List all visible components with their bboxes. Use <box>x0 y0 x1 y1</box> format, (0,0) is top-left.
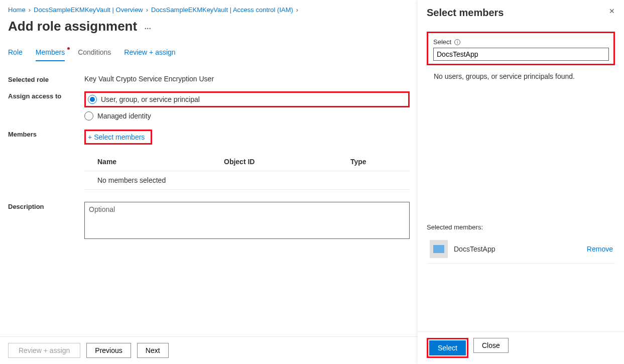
highlight-assign-option: User, group, or service principal <box>84 91 410 107</box>
breadcrumb-iam[interactable]: DocsSampleEKMKeyVault | Access control (… <box>151 6 293 14</box>
assign-access-label: Assign access to <box>8 91 84 120</box>
radio-unchecked-icon <box>84 111 93 120</box>
panel-title: Select members <box>427 7 504 19</box>
radio-user-group-sp[interactable]: User, group, or service principal <box>88 95 200 104</box>
page-title-text: Add role assignment <box>8 19 137 34</box>
radio-managed-identity-label: Managed identity <box>97 112 151 120</box>
radio-checked-icon <box>88 95 97 104</box>
col-type: Type <box>350 158 397 166</box>
radio-user-group-sp-label: User, group, or service principal <box>101 95 200 103</box>
alert-dot-icon <box>67 47 70 50</box>
highlight-search: Select i <box>427 32 615 65</box>
col-name: Name <box>97 158 224 166</box>
tabs: Role Members Conditions Review + assign <box>8 48 410 62</box>
close-button[interactable]: Close <box>473 338 509 353</box>
select-button[interactable]: Select <box>429 340 466 355</box>
search-input[interactable] <box>433 48 609 61</box>
more-icon[interactable]: … <box>144 23 152 31</box>
members-label: Members <box>8 130 84 145</box>
select-label: Select <box>433 38 451 46</box>
next-button[interactable]: Next <box>137 343 169 358</box>
remove-member-link[interactable]: Remove <box>587 245 613 253</box>
panel-header: Select members ✕ <box>427 7 615 19</box>
selected-role-value: Key Vault Crypto Service Encryption User <box>84 75 410 83</box>
select-label-row: Select i <box>433 38 608 46</box>
selected-member-row: DocsTestApp Remove <box>427 237 615 264</box>
select-members-panel: Select members ✕ Select i No users, grou… <box>418 0 624 364</box>
chevron-right-icon: › <box>146 6 148 14</box>
highlight-select-members: + Select members <box>84 130 152 145</box>
chevron-right-icon: › <box>296 6 298 14</box>
col-objectid: Object ID <box>224 158 350 166</box>
selected-member-name: DocsTestApp <box>454 245 581 253</box>
members-empty: No members selected <box>84 171 410 190</box>
panel-footer: Select Close <box>418 331 624 364</box>
previous-button[interactable]: Previous <box>86 343 131 358</box>
breadcrumb-home[interactable]: Home <box>8 6 26 14</box>
footer-bar: Review + assign Previous Next <box>0 336 418 364</box>
selected-members-section: Selected members: DocsTestApp Remove <box>427 223 615 264</box>
close-icon[interactable]: ✕ <box>609 7 615 15</box>
members-table: Name Object ID Type No members selected <box>84 153 410 190</box>
description-label: Description <box>8 202 84 239</box>
app-icon <box>430 240 448 258</box>
select-members-link[interactable]: + Select members <box>88 133 145 141</box>
select-members-link-label: Select members <box>94 133 145 141</box>
breadcrumb: Home › DocsSampleEKMKeyVault | Overview … <box>8 6 410 14</box>
radio-managed-identity[interactable]: Managed identity <box>84 111 410 120</box>
page-title: Add role assignment … <box>8 19 410 34</box>
review-assign-button[interactable]: Review + assign <box>8 343 80 358</box>
tab-members[interactable]: Members <box>36 48 65 61</box>
selected-role-label: Selected role <box>8 75 84 83</box>
no-results-text: No users, groups, or service principals … <box>434 72 615 80</box>
tab-members-label: Members <box>36 48 65 56</box>
row-members: Members + Select members <box>8 130 410 145</box>
row-selected-role: Selected role Key Vault Crypto Service E… <box>8 75 410 83</box>
info-icon[interactable]: i <box>454 39 460 45</box>
row-assign-access: Assign access to User, group, or service… <box>8 91 410 120</box>
description-input[interactable] <box>84 202 410 239</box>
tab-conditions[interactable]: Conditions <box>78 48 111 61</box>
breadcrumb-overview[interactable]: DocsSampleEKMKeyVault | Overview <box>34 6 143 14</box>
chevron-right-icon: › <box>29 6 31 14</box>
members-table-header: Name Object ID Type <box>84 153 410 171</box>
highlight-select-button: Select <box>427 338 468 358</box>
selected-members-label: Selected members: <box>427 223 615 231</box>
main-content: Home › DocsSampleEKMKeyVault | Overview … <box>0 0 418 364</box>
tab-role[interactable]: Role <box>8 48 23 61</box>
row-description: Description <box>8 202 410 239</box>
tab-review[interactable]: Review + assign <box>124 48 175 61</box>
plus-icon: + <box>88 133 92 141</box>
